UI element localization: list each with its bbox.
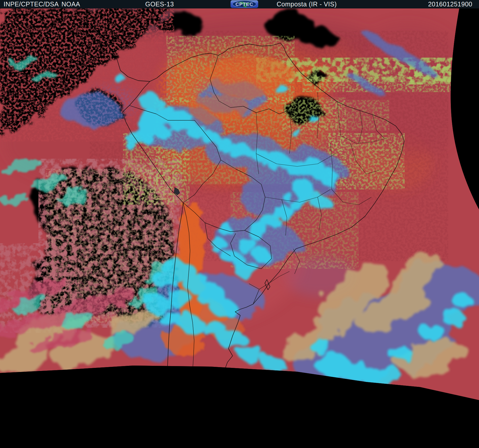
timestamp-label: 201601251900 [428, 1, 472, 8]
noaa-label: NOAA [61, 1, 80, 8]
cptec-logo: CPTEC [231, 0, 258, 8]
header-bar: INPE/CPTEC/DSA NOAA GOES-13 CPTEC Compos… [0, 0, 479, 8]
satellite-label: GOES-13 [145, 1, 174, 8]
agency-label: INPE/CPTEC/DSA [4, 1, 59, 8]
goes13-composite-screen: INPE/CPTEC/DSA NOAA GOES-13 CPTEC Compos… [0, 0, 479, 448]
satellite-composite-map [0, 0, 479, 448]
cptec-logo-text: CPTEC [235, 2, 253, 7]
product-label: Composta (IR - VIS) [277, 1, 337, 8]
